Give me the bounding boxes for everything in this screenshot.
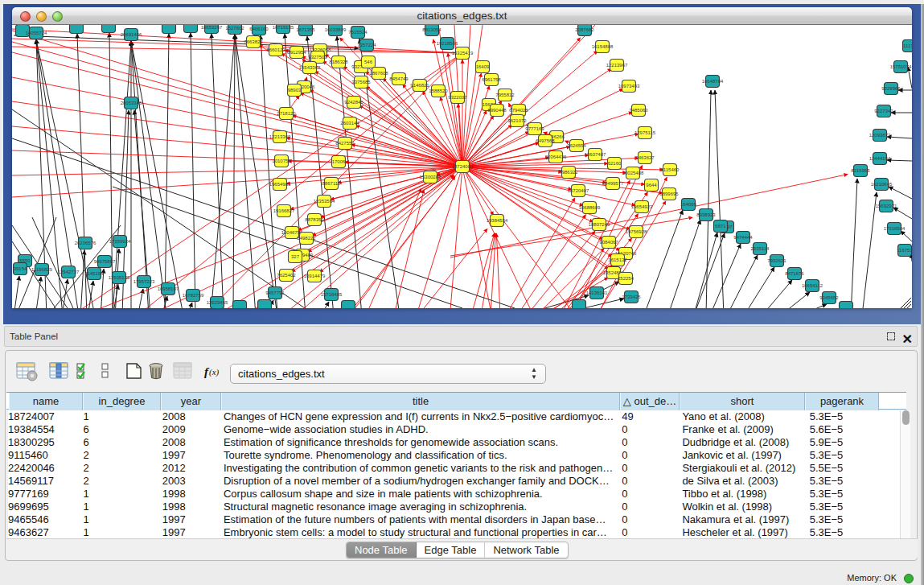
svg-text:2718120: 2718120 [277, 111, 296, 116]
svg-text:6961758: 6961758 [482, 77, 501, 82]
svg-text:7986322: 7986322 [559, 170, 578, 175]
svg-text:1615132: 1615132 [608, 257, 627, 262]
svg-text:2603144: 2603144 [340, 121, 359, 126]
svg-text:164095: 164095 [680, 202, 697, 207]
svg-text:10958107: 10958107 [158, 286, 179, 291]
svg-text:18724007: 18724007 [452, 164, 474, 169]
svg-text:15720407: 15720407 [568, 188, 589, 193]
svg-text:19654923: 19654923 [631, 204, 653, 209]
svg-text:12213369: 12213369 [269, 134, 291, 139]
svg-text:19218506: 19218506 [437, 41, 458, 46]
svg-text:10973493: 10973493 [618, 84, 640, 89]
svg-text:7955812: 7955812 [495, 93, 515, 97]
svg-text:9322037: 9322037 [448, 95, 467, 100]
svg-text:90975887: 90975887 [94, 259, 116, 264]
svg-text:6466160: 6466160 [249, 27, 269, 31]
svg-text:15751074: 15751074 [890, 64, 912, 69]
svg-text:7932621: 7932621 [767, 258, 786, 263]
svg-text:7485063: 7485063 [629, 108, 648, 113]
svg-text:12444154: 12444154 [869, 156, 891, 161]
svg-text:2087682: 2087682 [575, 27, 594, 32]
svg-text:1527602: 1527602 [225, 26, 244, 31]
svg-text:8813054: 8813054 [422, 27, 441, 32]
svg-text:12213967: 12213967 [606, 63, 628, 68]
svg-text:15716485: 15716485 [321, 292, 343, 297]
svg-text:15692971: 15692971 [876, 204, 897, 208]
svg-text:7515524: 7515524 [348, 30, 368, 35]
svg-text:5498222: 5498222 [297, 236, 316, 241]
svg-text:20053346: 20053346 [121, 101, 142, 105]
svg-text:15300285: 15300285 [420, 175, 441, 179]
svg-text:1145194: 1145194 [85, 271, 105, 276]
svg-text:19756928: 19756928 [626, 229, 647, 234]
svg-text:1588520: 1588520 [429, 89, 448, 93]
svg-text:1671355: 1671355 [296, 27, 315, 32]
svg-text:8215955: 8215955 [851, 168, 870, 173]
svg-text:10025488: 10025488 [622, 171, 644, 175]
svg-text:12942737: 12942737 [58, 270, 80, 274]
svg-text:1010755: 1010755 [272, 159, 291, 163]
svg-text:26206576: 26206576 [75, 241, 97, 245]
svg-text:12093872: 12093872 [869, 133, 891, 138]
svg-text:6497568: 6497568 [536, 138, 555, 143]
svg-text:17016504: 17016504 [884, 226, 906, 231]
svg-text:10654112: 10654112 [802, 283, 823, 288]
svg-text:9327503: 9327503 [308, 55, 327, 60]
svg-text:17957223: 17957223 [133, 279, 155, 284]
svg-text:9115460: 9115460 [661, 167, 680, 172]
svg-text:14055724: 14055724 [26, 31, 47, 35]
svg-text:7663822: 7663822 [244, 39, 263, 44]
svg-text:116753: 116753 [897, 248, 912, 253]
svg-text:3375685: 3375685 [351, 80, 371, 84]
svg-text:62160: 62160 [608, 161, 622, 166]
svg-text:12923465: 12923465 [207, 300, 228, 305]
svg-text:20691406: 20691406 [121, 32, 142, 37]
svg-text:18499577: 18499577 [602, 181, 624, 186]
svg-text:10688609: 10688609 [579, 205, 601, 210]
svg-text:10653267: 10653267 [201, 25, 223, 30]
svg-text:16648784: 16648784 [702, 79, 724, 84]
svg-text:19166827: 19166827 [273, 208, 295, 213]
svg-text:9227342: 9227342 [874, 109, 893, 113]
svg-text:546: 546 [364, 60, 373, 64]
svg-text:19384554: 19384554 [487, 218, 508, 223]
svg-text:13325419: 13325419 [452, 51, 474, 56]
svg-text:16409: 16409 [476, 64, 490, 69]
svg-text:20364436: 20364436 [545, 154, 567, 159]
svg-text:17359924: 17359924 [109, 239, 131, 244]
svg-text:7625402: 7625402 [277, 273, 296, 278]
svg-text:8186328: 8186328 [329, 60, 348, 64]
svg-text:252254: 252254 [618, 276, 634, 281]
svg-text:6794028: 6794028 [509, 108, 528, 113]
svg-text:8878352: 8878352 [305, 217, 324, 222]
svg-text:9644: 9644 [646, 183, 657, 187]
svg-text:19654983: 19654983 [269, 182, 291, 187]
svg-text:16154808: 16154808 [592, 44, 614, 49]
svg-text:9084067: 9084067 [599, 240, 618, 245]
svg-text:39154: 39154 [14, 266, 27, 271]
svg-text:11172: 11172 [903, 43, 912, 48]
svg-text:8912954: 8912954 [287, 50, 306, 55]
svg-text:8660123: 8660123 [266, 47, 285, 52]
svg-text:16033809: 16033809 [325, 27, 347, 32]
svg-text:16210645: 16210645 [871, 182, 893, 187]
svg-text:12505135: 12505135 [109, 275, 130, 280]
svg-text:9463627: 9463627 [635, 155, 655, 160]
svg-text:9329966: 9329966 [881, 86, 901, 91]
svg-text:16914479: 16914479 [304, 274, 326, 278]
svg-text:8938923: 8938923 [696, 212, 716, 217]
svg-text:8867110: 8867110 [322, 181, 342, 186]
svg-text:9146821: 9146821 [410, 83, 429, 88]
svg-text:12975115: 12975115 [634, 130, 656, 135]
svg-text:14136141: 14136141 [586, 290, 608, 295]
svg-text:2935114: 2935114 [751, 246, 770, 251]
svg-text:9242846: 9242846 [344, 100, 363, 105]
svg-text:9457791: 9457791 [265, 290, 285, 295]
svg-text:9777169: 9777169 [525, 126, 544, 131]
svg-text:8471676: 8471676 [785, 271, 804, 276]
svg-text:2867608: 2867608 [369, 71, 388, 76]
svg-text:17006: 17006 [332, 159, 346, 164]
svg-text:8990448: 8990448 [487, 108, 507, 113]
svg-text:16543362: 16543362 [299, 65, 321, 70]
svg-text:3624554: 3624554 [567, 143, 586, 148]
